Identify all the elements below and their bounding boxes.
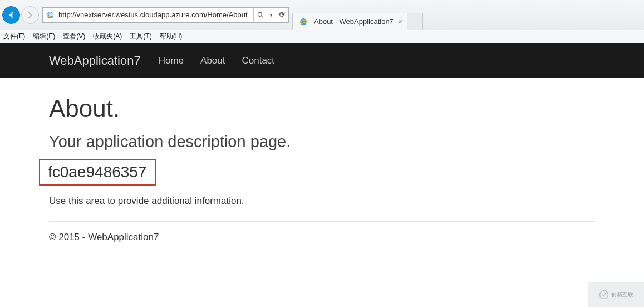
site-navbar: WebApplication7 Home About Contact [0,43,644,78]
tab-title: About - WebApplication7 [314,17,394,26]
arrow-right-icon [25,10,35,20]
nav-contact[interactable]: Contact [242,55,275,66]
new-tab-button[interactable] [407,13,423,30]
ie-favicon-icon [44,9,56,21]
nav-home[interactable]: Home [159,55,184,66]
dropdown-icon[interactable]: ▾ [267,8,275,22]
menu-edit[interactable]: 编辑(E) [33,32,55,41]
arrow-left-icon [6,10,16,20]
svg-line-3 [262,16,263,17]
back-button[interactable] [2,6,20,24]
url-input[interactable] [57,8,253,22]
menu-tools[interactable]: 工具(T) [130,32,151,41]
page-description: Use this area to provide additional info… [49,196,595,207]
address-bar: ▾ [42,7,289,23]
menu-view[interactable]: 查看(V) [63,32,85,41]
browser-tabs: About - WebApplication7 × [292,0,423,30]
watermark: 创新互联 [588,282,644,307]
forward-button[interactable] [21,6,39,24]
search-icon[interactable] [254,8,267,22]
page-footer: © 2015 - WebApplication7 [49,232,595,243]
highlight-text: fc0ae9486357 [48,163,147,181]
browser-toolbar: ▾ About - WebApplication7 × [0,0,644,30]
page-content: About. Your application description page… [0,78,644,243]
menu-bar: 文件(F) 编辑(E) 查看(V) 收藏夹(A) 工具(T) 帮助(H) [0,30,644,43]
menu-file[interactable]: 文件(F) [3,32,25,41]
refresh-icon[interactable] [275,8,288,22]
highlight-box: fc0ae9486357 [39,159,156,186]
menu-favorites[interactable]: 收藏夹(A) [93,32,122,41]
browser-tab-active[interactable]: About - WebApplication7 × [292,13,407,30]
brand-title[interactable]: WebApplication7 [49,53,141,68]
page-title: About. [49,95,595,123]
ie-tab-icon [297,16,309,28]
watermark-text: 创新互联 [611,291,633,299]
nav-links: Home About Contact [159,55,274,66]
page-subtitle: Your application description page. [49,133,595,151]
svg-point-2 [258,12,262,16]
close-tab-button[interactable]: × [397,17,404,26]
divider [49,221,595,222]
watermark-icon [599,290,609,300]
address-controls: ▾ [253,8,288,22]
menu-help[interactable]: 帮助(H) [160,32,183,41]
nav-about[interactable]: About [200,55,225,66]
